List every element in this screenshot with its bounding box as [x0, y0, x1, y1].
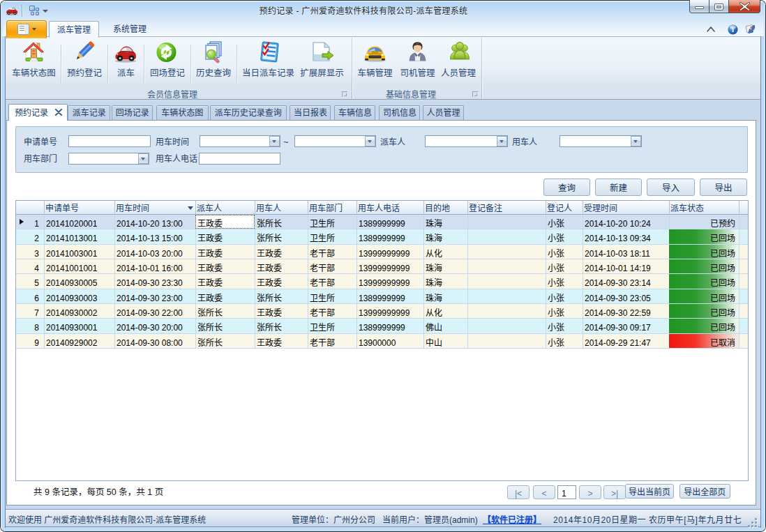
svg-text:i: i: [732, 26, 734, 33]
